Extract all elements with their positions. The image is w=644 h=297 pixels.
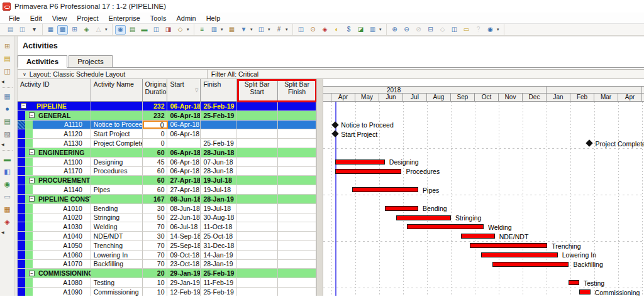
- table-row-a1020[interactable]: A1020Stringing5022-Jun-1830-Aug-18: [18, 213, 316, 223]
- milestone-diamond-icon[interactable]: [332, 131, 339, 138]
- gantt-bar-a1040[interactable]: [461, 234, 494, 239]
- milestone-diamond-icon[interactable]: [586, 140, 593, 147]
- table-row-a1060[interactable]: A1060Lowering In7009-Oct-1814-Jan-19: [18, 251, 316, 260]
- milestone-diamond-icon[interactable]: [332, 121, 339, 128]
- projects-icon[interactable]: ▦: [3, 92, 13, 100]
- resource-profile-icon[interactable]: ▬: [139, 25, 150, 35]
- tab-activities[interactable]: Activities: [18, 55, 67, 68]
- table-row-a1170[interactable]: A1170Procedures6006-Apr-1828-Jun-18: [18, 167, 316, 176]
- table-row-commissioning[interactable]: −COMMISSIONING2029-Jan-1925-Feb-19: [18, 269, 316, 278]
- customize-toolbar-icon[interactable]: ▥: [367, 25, 378, 35]
- table-row-a1030[interactable]: A1030Welding7006-Jul-1811-Oct-18: [18, 222, 316, 232]
- update-progress-icon[interactable]: ◪: [355, 25, 366, 35]
- resource-usage-icon[interactable]: ◫: [151, 25, 162, 35]
- tab-projects[interactable]: Projects: [69, 55, 113, 67]
- add-project-icon[interactable]: ⊞: [3, 41, 13, 50]
- activity-details-icon[interactable]: ◫: [296, 25, 306, 35]
- collapse-icon[interactable]: −: [29, 112, 35, 118]
- gantt-bar-a1140[interactable]: [352, 187, 418, 192]
- table-row-a1140[interactable]: A1140Pipes6027-Apr-1819-Jul-18: [18, 185, 316, 195]
- collapse-icon[interactable]: −: [29, 178, 35, 183]
- table-row-a1120[interactable]: A1120Start Project006-Apr-18: [18, 129, 316, 139]
- gantt-bar-a1030[interactable]: [407, 224, 484, 229]
- gantt-bar-a1080[interactable]: [569, 280, 579, 285]
- help-icon[interactable]: ?: [473, 25, 484, 35]
- gantt-bar-a1050[interactable]: [470, 243, 547, 248]
- print-preview-icon[interactable]: ◫: [17, 25, 28, 35]
- tracking-icon[interactable]: ▨: [3, 129, 13, 138]
- collapse-arrow-icon[interactable]: ◀: [1, 230, 4, 234]
- gantt-bar-a1090[interactable]: [579, 289, 591, 294]
- collapse-icon[interactable]: −: [29, 196, 35, 202]
- column-header-original-duration[interactable]: Original Duration: [143, 79, 168, 101]
- select-tool-icon[interactable]: ◇: [175, 25, 186, 35]
- gantt-bar-a1010[interactable]: [385, 206, 418, 211]
- collapse-arrow-icon[interactable]: ◀: [1, 79, 4, 84]
- table-row-procurement[interactable]: −PROCUREMENT6027-Apr-1819-Jul-18: [18, 176, 316, 185]
- resource-assignments-icon[interactable]: ◉: [3, 180, 13, 188]
- vertical-split-icon[interactable]: ◫: [449, 25, 460, 35]
- horizontal-split-icon[interactable]: ⊟: [425, 25, 436, 35]
- filter-icon[interactable]: ▼: [238, 25, 249, 35]
- menu-item-file[interactable]: File: [4, 13, 25, 23]
- level-resources-icon[interactable]: ◈: [319, 25, 330, 35]
- table-row-a1110[interactable]: A1110Notice to Proceed006-Apr-18: [18, 121, 316, 130]
- columns-icon-dropdown[interactable]: ▾: [221, 27, 225, 32]
- table-row-a1010[interactable]: A1010Bending3008-Jun-1819-Jul-18: [18, 204, 316, 213]
- filter-icon-dropdown[interactable]: ▾: [250, 27, 255, 32]
- menu-item-edit[interactable]: Edit: [25, 13, 47, 23]
- gantt-bar-a1170[interactable]: [335, 169, 401, 174]
- table-view-icon[interactable]: ▦: [45, 25, 56, 35]
- line-numbers-icon-dropdown[interactable]: ▾: [286, 27, 290, 32]
- timescale-icon[interactable]: ▦: [226, 25, 237, 35]
- gantt-bar-a1070[interactable]: [492, 262, 569, 267]
- menu-item-view[interactable]: View: [47, 13, 72, 23]
- tracking-view-icon[interactable]: ◨: [163, 25, 174, 35]
- menu-item-enterprise[interactable]: Enterprise: [104, 13, 145, 23]
- table-row-a1130[interactable]: A1130Project Complete025-Feb-19: [18, 139, 316, 148]
- timescale[interactable]: 2018AprMayJunJulAugSepOctNovDecJanFebMar…: [323, 79, 644, 102]
- print-icon[interactable]: ▤: [5, 25, 16, 35]
- trace-logic-icon[interactable]: ◈: [81, 25, 92, 35]
- online-help-icon[interactable]: ◉: [485, 25, 496, 35]
- zoom-in-icon[interactable]: ⊕: [389, 25, 400, 35]
- gantt-view-icon[interactable]: ▩: [57, 25, 68, 35]
- schedule-icon[interactable]: ⊙: [308, 25, 318, 35]
- collapse-arrow-icon[interactable]: ◀: [1, 142, 4, 146]
- column-header-activity-id[interactable]: Activity ID: [18, 79, 91, 101]
- zoom-out-icon[interactable]: ⊖: [401, 25, 412, 35]
- table-row-a1080[interactable]: A1080Testing1029-Jan-1911-Feb-19: [18, 278, 316, 288]
- progress-spotlight-icon[interactable]: ◐: [331, 25, 342, 35]
- column-header-split-bar-start[interactable]: Split Bar Start: [236, 79, 278, 101]
- layout-options-bar[interactable]: ∨ Layout: Classic Schedule Layout Filter…: [18, 69, 644, 79]
- column-header-activity-name[interactable]: Activity Name: [91, 79, 143, 101]
- menu-item-admin[interactable]: Admin: [171, 13, 201, 23]
- menu-item-help[interactable]: Help: [201, 13, 226, 23]
- customize-toolbar-icon-dropdown[interactable]: ▾: [379, 27, 384, 32]
- table-row-pipeline-construction[interactable]: −PIPELINE CONSTRUCTION16708-Jun-1828-Jan…: [18, 195, 316, 204]
- select-tool-icon-dropdown[interactable]: ▾: [187, 27, 191, 32]
- assignments-icon[interactable]: ▬: [3, 154, 13, 163]
- risks-icon[interactable]: ◈: [3, 217, 13, 226]
- zoom-100-icon[interactable]: ⊘: [413, 25, 424, 35]
- wbs-chart-icon[interactable]: △: [93, 25, 104, 35]
- table-gantt-splitter[interactable]: [317, 79, 323, 296]
- gantt-bar-a1060[interactable]: [481, 252, 558, 257]
- wbs-chart-icon-dropdown[interactable]: ▾: [105, 27, 109, 32]
- menu-item-project[interactable]: Project: [72, 13, 103, 23]
- table-row-general[interactable]: −GENERAL23206-Apr-1825-Feb-19: [18, 111, 316, 121]
- gantt-bar-a1020[interactable]: [396, 215, 451, 220]
- show-details-icon[interactable]: ◉: [115, 25, 126, 35]
- online-help-icon-dropdown[interactable]: ▾: [497, 27, 501, 32]
- activity-network-icon[interactable]: ⊞: [69, 25, 80, 35]
- collapse-icon[interactable]: −: [29, 149, 35, 155]
- roles-icon[interactable]: ◧: [3, 167, 13, 176]
- group-sort-icon[interactable]: ◫: [256, 25, 267, 35]
- columns-icon[interactable]: ▥: [209, 25, 219, 35]
- table-row-a1050[interactable]: A1050Trenching7025-Sep-1831-Dec-18: [18, 241, 316, 251]
- spreadsheet-icon[interactable]: ▤: [127, 25, 138, 35]
- line-numbers-icon[interactable]: #: [274, 25, 284, 35]
- group-overflow-arrow-icon[interactable]: ▾: [29, 25, 40, 35]
- store-period-performance-icon[interactable]: $: [343, 25, 354, 35]
- table-row-pipeline[interactable]: −PIPELINE23206-Apr-1825-Feb-19: [18, 102, 316, 111]
